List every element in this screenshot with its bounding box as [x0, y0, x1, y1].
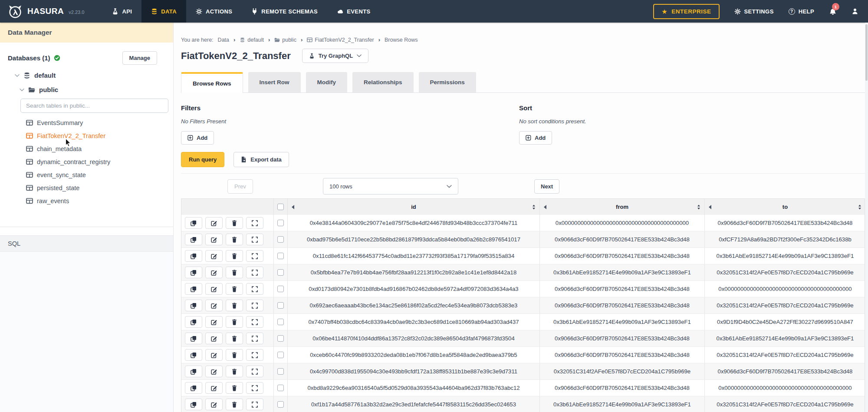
schema-tree-item-public[interactable]: public — [0, 86, 173, 93]
breadcrumb-item-data[interactable]: Data — [218, 37, 229, 43]
delete-row-button[interactable] — [226, 234, 243, 245]
row-select-checkbox[interactable] — [277, 253, 284, 259]
delete-row-button[interactable] — [226, 316, 243, 328]
nav-item-remote-schemas[interactable]: REMOTE SCHEMAS — [242, 0, 327, 23]
edit-row-button[interactable] — [205, 250, 223, 262]
edit-row-button[interactable] — [205, 217, 223, 229]
prev-page-button[interactable]: Prev — [227, 179, 253, 194]
tab-insert-row[interactable]: Insert Row — [248, 72, 301, 92]
delete-row-button[interactable] — [226, 283, 243, 295]
row-select-checkbox[interactable] — [277, 269, 284, 276]
edit-row-button[interactable] — [205, 333, 223, 344]
row-select-checkbox[interactable] — [277, 220, 284, 226]
clone-row-button[interactable] — [185, 366, 202, 377]
nav-item-events[interactable]: EVENTS — [327, 0, 380, 23]
notifications-button[interactable]: 1 — [829, 7, 837, 15]
user-menu-button[interactable] — [852, 8, 858, 15]
table-list-item-active[interactable]: FiatTokenV2_2_Transfer — [0, 129, 173, 142]
nav-item-actions[interactable]: ACTIONS — [186, 0, 242, 23]
column-header-id[interactable]: id — [288, 199, 540, 215]
tab-relationships[interactable]: Relationships — [352, 72, 414, 92]
clone-row-button[interactable] — [185, 283, 202, 295]
next-page-button[interactable]: Next — [534, 179, 559, 194]
table-list-item[interactable]: dynamic_contract_registry — [0, 155, 173, 168]
expand-row-button[interactable] — [246, 366, 263, 377]
table-list-item[interactable]: event_sync_state — [0, 168, 173, 181]
clone-row-button[interactable] — [185, 250, 202, 262]
column-header-to[interactable]: to — [705, 199, 865, 215]
delete-row-button[interactable] — [226, 349, 243, 361]
add-sort-button[interactable]: Add — [519, 131, 552, 145]
row-select-checkbox[interactable] — [277, 352, 284, 358]
delete-row-button[interactable] — [226, 333, 243, 344]
chevron-down-icon[interactable] — [20, 88, 24, 92]
nav-item-data[interactable]: DATA — [141, 0, 186, 23]
expand-row-button[interactable] — [246, 250, 263, 262]
breadcrumb-item-default[interactable]: default — [240, 37, 264, 43]
clone-row-button[interactable] — [185, 234, 202, 245]
rows-per-page-select[interactable]: 100 rows — [323, 178, 458, 194]
edit-row-button[interactable] — [205, 382, 223, 394]
row-select-checkbox[interactable] — [277, 236, 284, 243]
chevron-down-icon[interactable] — [15, 74, 20, 77]
delete-row-button[interactable] — [226, 217, 243, 229]
database-tree-item-default[interactable]: default — [0, 72, 173, 79]
clone-row-button[interactable] — [185, 349, 202, 361]
breadcrumb-item-table[interactable]: FiatTokenV2_2_Transfer — [307, 37, 374, 43]
delete-row-button[interactable] — [226, 267, 243, 278]
table-list-item[interactable]: persisted_state — [0, 181, 173, 194]
edit-row-button[interactable] — [205, 283, 223, 295]
breadcrumb-item-browse-rows[interactable]: Browse Rows — [385, 37, 418, 43]
clone-row-button[interactable] — [185, 382, 202, 394]
row-select-checkbox[interactable] — [277, 335, 284, 342]
search-tables-input[interactable] — [20, 99, 168, 113]
scrollbar-thumb[interactable] — [865, 24, 868, 81]
vertical-scrollbar[interactable] — [865, 23, 868, 412]
expand-row-button[interactable] — [246, 300, 263, 311]
settings-button[interactable]: SETTINGS — [734, 8, 774, 15]
expand-row-button[interactable] — [246, 267, 263, 278]
sort-column-icon[interactable] — [697, 204, 700, 210]
clone-row-button[interactable] — [185, 267, 202, 278]
enterprise-button[interactable]: ★ ENTERPRISE — [653, 4, 719, 19]
manage-button[interactable]: Manage — [122, 51, 157, 65]
help-button[interactable]: ? HELP — [789, 8, 814, 15]
run-query-button[interactable]: Run query — [181, 152, 224, 167]
delete-row-button[interactable] — [226, 399, 243, 410]
export-data-button[interactable]: Export data — [233, 152, 289, 167]
table-list-item[interactable]: raw_events — [0, 194, 173, 208]
row-select-checkbox[interactable] — [277, 368, 284, 375]
delete-row-button[interactable] — [226, 250, 243, 262]
sidebar-item-sql[interactable]: SQL — [0, 235, 173, 252]
row-select-checkbox[interactable] — [277, 401, 284, 408]
edit-row-button[interactable] — [205, 366, 223, 377]
expand-row-button[interactable] — [246, 217, 263, 229]
expand-row-button[interactable] — [246, 283, 263, 295]
edit-row-button[interactable] — [205, 399, 223, 410]
expand-row-button[interactable] — [246, 399, 263, 410]
expand-row-button[interactable] — [246, 349, 263, 361]
expand-row-button[interactable] — [246, 333, 263, 344]
row-select-checkbox[interactable] — [277, 302, 284, 309]
clone-row-button[interactable] — [185, 333, 202, 344]
breadcrumb-item-public[interactable]: public — [274, 37, 296, 43]
table-list-item[interactable]: chain_metadata — [0, 142, 173, 155]
expand-row-button[interactable] — [246, 382, 263, 394]
tab-permissions[interactable]: Permissions — [419, 72, 476, 92]
sort-column-icon[interactable] — [858, 204, 861, 210]
hasura-brand[interactable]: HASURA v2.23.0 — [7, 3, 84, 20]
clone-row-button[interactable] — [185, 399, 202, 410]
expand-row-button[interactable] — [246, 234, 263, 245]
collapse-column-icon[interactable] — [292, 205, 294, 209]
delete-row-button[interactable] — [226, 382, 243, 394]
tab-modify[interactable]: Modify — [306, 72, 348, 92]
add-filter-button[interactable]: Add — [181, 131, 214, 145]
edit-row-button[interactable] — [205, 267, 223, 278]
try-graphql-button[interactable]: Try GraphQL — [302, 49, 368, 63]
row-select-checkbox[interactable] — [277, 319, 284, 325]
column-header-from[interactable]: from — [540, 199, 705, 215]
nav-item-api[interactable]: API — [102, 0, 141, 23]
row-select-checkbox[interactable] — [277, 385, 284, 391]
delete-row-button[interactable] — [226, 366, 243, 377]
edit-row-button[interactable] — [205, 349, 223, 361]
